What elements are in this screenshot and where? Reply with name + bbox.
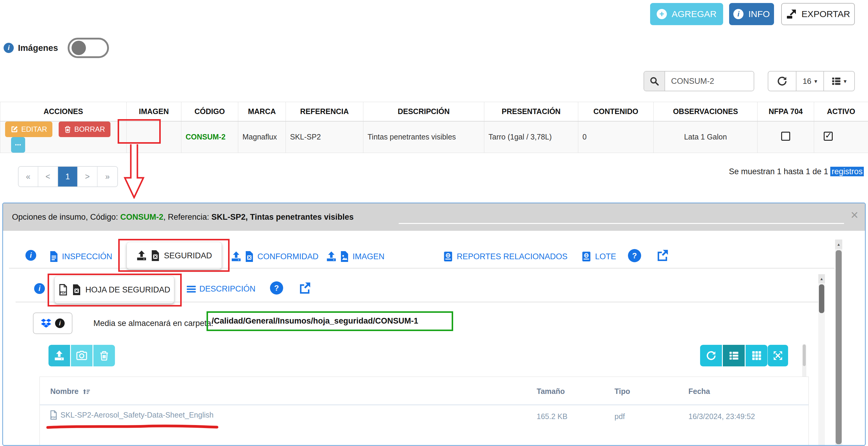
borrar-label: BORRAR [74, 125, 105, 133]
info-button[interactable]: i INFO [729, 3, 774, 25]
file-col-nombre-label: Nombre [50, 387, 79, 396]
pagination: « < 1 > » [18, 166, 118, 187]
agregar-button[interactable]: + AGREGAR [650, 3, 723, 25]
col-marca: MARCA [238, 102, 286, 121]
modal-title-middle: , Referencia: [163, 213, 212, 222]
tabs-divider [9, 268, 835, 268]
refresh-icon [706, 351, 716, 360]
page-current-button[interactable]: 1 [58, 167, 78, 187]
delete-file-button[interactable] [93, 345, 115, 367]
modal-close-icon[interactable]: × [850, 208, 859, 222]
file-image-icon [340, 251, 349, 262]
info-circle-icon[interactable]: i [34, 283, 45, 294]
refresh-files-button[interactable] [700, 345, 722, 367]
records-summary-highlight: registros [830, 167, 864, 176]
subtabs-divider [16, 302, 820, 302]
file-type: pdf [615, 412, 625, 421]
dropbox-button[interactable]: i [33, 313, 72, 334]
info-label: INFO [748, 9, 770, 19]
page-next-button[interactable]: > [78, 167, 98, 187]
search-icon [650, 76, 659, 86]
upload-icon [136, 251, 147, 261]
tab-reportes-relacionados[interactable]: REPORTES RELACIONADOS [443, 251, 567, 262]
file-date: 16/3/2024, 23:49:52 [688, 412, 755, 421]
edit-icon [10, 125, 18, 133]
info-circle-icon[interactable]: i [26, 250, 36, 261]
tab-imagen-label: IMAGEN [352, 252, 384, 261]
upload-icon [231, 251, 241, 262]
page-prev-button[interactable]: < [38, 167, 58, 187]
annotation-red-arrow [123, 144, 145, 199]
tab-lote[interactable]: LOTE [581, 251, 616, 262]
upload-icon [54, 351, 64, 361]
upload-file-button[interactable] [49, 345, 70, 367]
question-circle-icon[interactable]: ? [270, 281, 283, 294]
tab-conformidad[interactable]: CONFORMIDAD [231, 251, 318, 262]
upload-icon [326, 251, 336, 262]
nfpa-checkbox[interactable] [781, 132, 790, 141]
table-header-row: ACCIONES IMAGEN CÓDIGO MARCA REFERENCIA … [0, 102, 868, 121]
refresh-button[interactable] [768, 71, 796, 91]
agregar-label: AGREGAR [672, 9, 717, 19]
search-input[interactable] [665, 71, 754, 91]
col-acciones: ACCIONES [0, 102, 127, 121]
question-circle-icon[interactable]: ? [628, 249, 641, 262]
col-descripcion: DESCRIPCIÓN [363, 102, 484, 121]
col-presentacion: PRESENTACIÓN [484, 102, 578, 121]
tab-imagen[interactable]: IMAGEN [326, 251, 384, 262]
scroll-up-icon[interactable]: ▲ [818, 274, 825, 283]
info-circle-icon: i [4, 43, 14, 53]
grid-view-button[interactable] [746, 345, 768, 367]
external-link-icon[interactable] [299, 282, 311, 294]
tab-inspeccion[interactable]: INSPECCIÓN [50, 251, 112, 262]
tab-seguridad-label: SEGURIDAD [164, 251, 212, 260]
camera-button[interactable] [71, 345, 92, 367]
plus-circle-icon: + [657, 9, 667, 19]
file-header-divider [40, 404, 808, 405]
activo-checkbox[interactable] [824, 132, 833, 141]
page-last-button[interactable]: » [98, 167, 117, 187]
subtab-descripcion[interactable]: DESCRIPCIÓN [187, 284, 256, 294]
col-contenido: CONTENIDO [578, 102, 654, 121]
fullscreen-button[interactable] [768, 345, 788, 367]
caret-down-icon: ▾ [814, 78, 817, 85]
content-scrollbar-thumb[interactable] [819, 284, 824, 313]
tab-inspeccion-label: INSPECCIÓN [62, 252, 112, 261]
file-col-tamano[interactable]: Tamaño [537, 387, 565, 396]
images-toggle[interactable] [68, 38, 109, 58]
tab-seguridad[interactable]: SEGURIDAD [127, 242, 222, 269]
sort-icon [83, 388, 90, 395]
page-first-button[interactable]: « [19, 167, 38, 187]
dropbox-icon [41, 318, 52, 328]
scroll-up-icon[interactable]: ▲ [835, 240, 842, 249]
referencia-cell: SKL-SP2 [286, 121, 363, 153]
table-controls: 16 ▾ ▾ [768, 71, 855, 91]
toggle-knob [71, 41, 86, 55]
presentacion-cell: Tarro (1gal / 3,78L) [484, 121, 578, 153]
more-options-button[interactable]: ••• [11, 137, 25, 153]
borrar-button[interactable]: BORRAR [59, 122, 111, 137]
file-row-name-link[interactable]: SKL-SP2-Aerosol_Safety-Data-Sheet_Englis… [50, 410, 213, 420]
file-col-tipo[interactable]: Tipo [615, 387, 630, 396]
file-list-panel: Nombre Tamaño Tipo Fecha SKL-SP2-Aerosol… [39, 377, 809, 446]
page-size-value: 16 [803, 76, 811, 86]
exportar-button[interactable]: EXPORTAR [781, 3, 855, 25]
modal-scrollbar[interactable]: ▲ [835, 240, 842, 445]
external-link-icon[interactable] [656, 249, 669, 262]
modal-scrollbar-thumb[interactable] [836, 250, 842, 444]
media-toolbar-left [49, 345, 115, 367]
list-view-button[interactable] [723, 345, 745, 367]
files-scrollbar-thumb[interactable] [803, 345, 806, 366]
trash-icon [64, 126, 71, 133]
content-scrollbar[interactable]: ▲ [818, 274, 825, 446]
file-col-nombre[interactable]: Nombre [50, 387, 90, 396]
annotation-green-box-media-path: /Calidad/General/Insumos/hoja_seguridad/… [207, 311, 453, 331]
passport-icon [581, 251, 591, 262]
subtab-hoja-de-seguridad[interactable]: HOJA DE SEGURIDAD [55, 276, 174, 304]
modal-header-line [399, 223, 844, 224]
view-dropdown[interactable]: ▾ [824, 71, 854, 91]
editar-button[interactable]: EDITAR [5, 122, 52, 137]
modal-header: Opciones de insumo, Código: CONSUM-2, Re… [3, 203, 865, 231]
file-col-fecha[interactable]: Fecha [688, 387, 710, 396]
page-size-dropdown[interactable]: 16 ▾ [796, 71, 824, 91]
